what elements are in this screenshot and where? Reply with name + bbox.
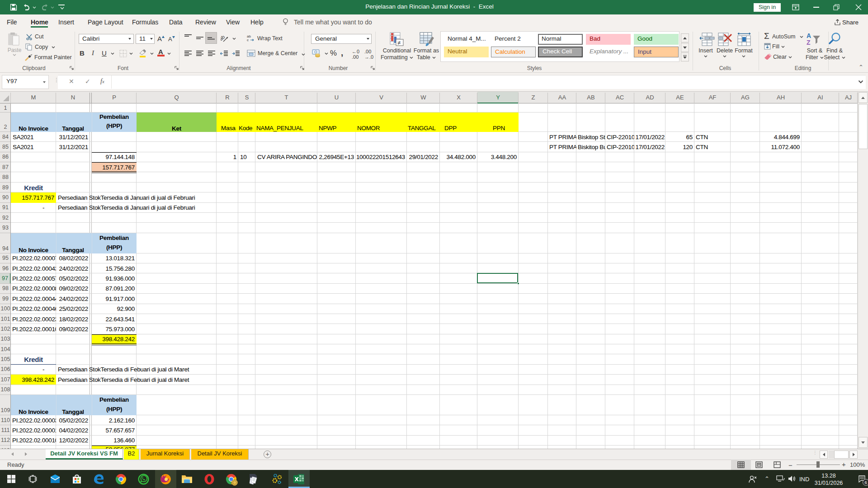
svg-text:ab: ab	[221, 34, 226, 42]
svg-text:Z: Z	[807, 39, 811, 46]
svg-text:6: 6	[865, 480, 867, 485]
svg-text:A: A	[807, 32, 811, 39]
svg-text:≠: ≠	[397, 39, 401, 46]
svg-text:c: c	[247, 38, 249, 42]
